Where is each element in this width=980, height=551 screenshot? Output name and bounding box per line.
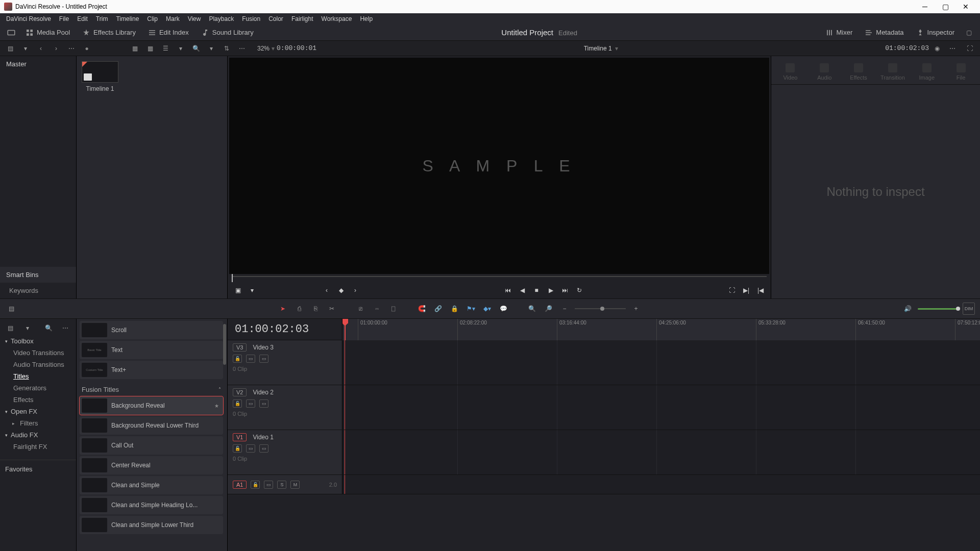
sound-library-button[interactable]: Sound Library: [196, 27, 259, 39]
smart-bins-header[interactable]: Smart Bins: [0, 267, 76, 283]
timeline-view-options-icon[interactable]: ▤: [5, 303, 17, 315]
track-badge[interactable]: V1: [233, 433, 247, 441]
effects-category[interactable]: Effects: [0, 394, 76, 406]
playhead-icon[interactable]: [342, 319, 348, 323]
lock-icon[interactable]: 🔒: [448, 303, 460, 315]
effects-library-button[interactable]: Effects Library: [77, 27, 141, 39]
menu-playback[interactable]: Playback: [205, 14, 238, 23]
track-lane[interactable]: [342, 385, 980, 430]
zoom-detail-icon[interactable]: 🔎: [542, 303, 554, 315]
video-transitions-category[interactable]: Video Transitions: [0, 347, 76, 359]
marker-icon[interactable]: ◆: [336, 285, 346, 295]
auto-select-icon[interactable]: ▭: [246, 355, 255, 363]
step-back-icon[interactable]: ◀: [517, 285, 527, 295]
track-lane[interactable]: [342, 475, 980, 494]
audio-transitions-category[interactable]: Audio Transitions: [0, 359, 76, 370]
title-item-center-reveal[interactable]: Center Reveal: [80, 456, 223, 474]
titles-category[interactable]: Titles: [0, 370, 76, 382]
metadata-button[interactable]: Metadata: [860, 27, 909, 39]
maximize-button[interactable]: ▢: [935, 0, 955, 13]
chevron-down-icon[interactable]: ▾: [21, 321, 34, 335]
lock-icon[interactable]: 🔓: [233, 355, 242, 363]
title-item-text[interactable]: Basic TitleText: [80, 341, 223, 359]
more-icon[interactable]: ⋯: [235, 41, 249, 56]
toolbox-category[interactable]: ▾Toolbox: [0, 335, 76, 347]
inspector-button[interactable]: Inspector: [911, 27, 960, 39]
go-last-icon[interactable]: ⏭: [560, 285, 570, 295]
snap-icon[interactable]: 🧲: [415, 303, 428, 315]
minimize-button[interactable]: ─: [915, 0, 935, 13]
favorites-header[interactable]: Favorites: [0, 460, 76, 478]
loop-icon[interactable]: ↻: [574, 285, 584, 295]
edit-index-button[interactable]: Edit Index: [143, 27, 194, 39]
more-icon[interactable]: ⋯: [59, 321, 72, 335]
menu-fairlight[interactable]: Fairlight: [287, 14, 317, 23]
disable-icon[interactable]: ▭: [259, 399, 268, 408]
menu-mark[interactable]: Mark: [162, 14, 184, 23]
marker-color-icon[interactable]: ◆▾: [481, 303, 493, 315]
track-lane[interactable]: [342, 340, 980, 385]
media-pool-grid[interactable]: Timeline 1: [77, 56, 228, 298]
menu-timeline[interactable]: Timeline: [112, 14, 143, 23]
title-item-background-reveal-lower[interactable]: Background Reveal Lower Third: [80, 416, 223, 435]
menu-color[interactable]: Color: [264, 14, 287, 23]
fullscreen-icon[interactable]: ▢: [962, 26, 976, 40]
filters-category[interactable]: ▸Filters: [0, 417, 76, 429]
more-icon[interactable]: ⋯: [64, 41, 79, 56]
insert-clip-icon[interactable]: ⎚: [354, 303, 366, 315]
blade-tool-icon[interactable]: ✂: [326, 303, 338, 315]
viewer-scrubber[interactable]: [228, 274, 771, 282]
import-media-icon[interactable]: [4, 26, 18, 40]
nav-fwd-icon[interactable]: ›: [49, 41, 63, 56]
zoom-in-icon[interactable]: +: [630, 303, 642, 315]
timeline-clip[interactable]: Timeline 1: [82, 61, 118, 92]
audiofx-category[interactable]: ▾Audio FX: [0, 429, 76, 441]
generators-category[interactable]: Generators: [0, 382, 76, 394]
menu-trim[interactable]: Trim: [92, 14, 112, 23]
bypass-icon[interactable]: ◉: [930, 41, 944, 56]
track-badge[interactable]: V3: [233, 343, 247, 352]
flag-icon[interactable]: ⚑▾: [464, 303, 477, 315]
scrollbar-thumb[interactable]: [223, 324, 226, 365]
bin-view-icon[interactable]: ▤: [3, 41, 17, 56]
title-item-clean-heading[interactable]: Clean and Simple Heading Lo...: [80, 496, 223, 514]
volume-icon[interactable]: 🔊: [901, 303, 914, 315]
link-icon[interactable]: 🔗: [432, 303, 444, 315]
panel-view-icon[interactable]: ▤: [4, 321, 17, 335]
title-item-clean-simple[interactable]: Clean and Simple: [80, 476, 223, 494]
thumbnail-view-icon[interactable]: ▦: [128, 41, 142, 56]
menu-davinci[interactable]: DaVinci Resolve: [2, 14, 55, 23]
disable-icon[interactable]: ▭: [259, 444, 268, 453]
fusion-titles-header[interactable]: Fusion Titles˄: [80, 381, 223, 396]
selection-tool-icon[interactable]: ➤: [277, 303, 289, 315]
next-marker-icon[interactable]: ›: [350, 285, 360, 295]
title-item-call-out[interactable]: Call Out: [80, 436, 223, 455]
zoom-slider[interactable]: [575, 308, 626, 309]
menu-fusion[interactable]: Fusion: [238, 14, 264, 23]
favorite-star-icon[interactable]: ★: [214, 403, 219, 409]
timeline-ruler[interactable]: 01:00:00:00 02:08:22:00 03:16:44:00 04:2…: [342, 319, 980, 340]
prev-marker-icon[interactable]: ‹: [322, 285, 332, 295]
expand-icon[interactable]: ⛶: [963, 41, 977, 56]
title-item-scroll[interactable]: Scroll: [80, 321, 223, 339]
menu-workspace[interactable]: Workspace: [317, 14, 356, 23]
title-item-clean-lower[interactable]: Clean and Simple Lower Third: [80, 516, 223, 534]
master-bin[interactable]: Master: [0, 56, 76, 72]
lock-icon[interactable]: 🔓: [251, 481, 260, 489]
volume-slider[interactable]: [918, 308, 959, 310]
more-icon[interactable]: ⋯: [945, 41, 960, 56]
lock-icon[interactable]: 🔓: [233, 399, 242, 408]
nav-back-icon[interactable]: ‹: [34, 41, 48, 56]
prev-edit-icon[interactable]: |◀: [755, 285, 766, 295]
trim-tool-icon[interactable]: ⎙: [293, 303, 305, 315]
track-badge[interactable]: A1: [233, 481, 247, 489]
title-item-text-plus[interactable]: Custom TitleText+: [80, 361, 223, 379]
zoom-fit-icon[interactable]: 🔍: [526, 303, 538, 315]
dim-icon[interactable]: DIM: [963, 303, 975, 315]
track-lane[interactable]: [342, 430, 980, 474]
search-icon[interactable]: 🔍: [189, 41, 203, 56]
fullscreen-icon[interactable]: ⛶: [727, 285, 737, 295]
fairlightfx-category[interactable]: Fairlight FX: [0, 441, 76, 453]
mixer-button[interactable]: Mixer: [820, 27, 858, 39]
chevron-down-icon[interactable]: ▾: [18, 41, 33, 56]
